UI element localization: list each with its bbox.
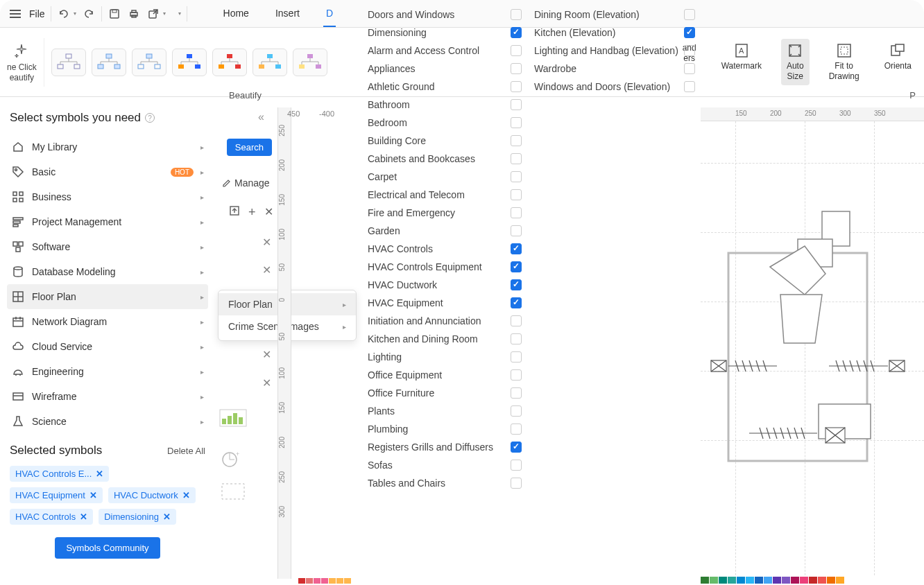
checkbox[interactable] — [511, 387, 522, 399]
undo-dropdown-caret-icon[interactable]: ▾ — [74, 10, 76, 17]
checklist-item[interactable]: Electrical and Telecom — [361, 186, 527, 204]
checkbox[interactable] — [684, 81, 695, 92]
auto-size-button[interactable]: Auto Size — [781, 39, 810, 85]
checklist-item[interactable]: Sofas — [361, 456, 527, 474]
checkbox[interactable] — [511, 424, 522, 435]
checklist-item[interactable]: Fire and Emergency — [361, 204, 527, 222]
checklist-item[interactable]: Dimensioning — [361, 24, 527, 42]
color-swatch[interactable] — [701, 577, 709, 584]
beautify-preset-6[interactable] — [253, 49, 287, 76]
library-category-cloud-service[interactable]: Cloud Service ▸ — [7, 334, 208, 359]
color-swatch[interactable] — [728, 577, 736, 584]
remove-tag-icon[interactable]: ✕ — [80, 512, 87, 522]
checklist-item[interactable]: Plumbing — [361, 420, 527, 438]
checklist-item[interactable]: Appliances — [361, 60, 527, 78]
checkbox[interactable] — [684, 9, 695, 20]
checkbox[interactable] — [511, 189, 522, 200]
color-swatch[interactable] — [336, 578, 343, 584]
color-swatch[interactable] — [737, 577, 745, 584]
library-category-project-management[interactable]: Project Management ▸ — [7, 209, 208, 234]
color-swatch[interactable] — [782, 577, 790, 584]
remove-tag-icon[interactable]: ✕ — [163, 512, 171, 522]
save-icon[interactable] — [108, 7, 121, 21]
remove-tag-icon[interactable]: ✕ — [89, 490, 97, 500]
checklist-item[interactable]: Kitchen (Elevation) — [527, 24, 701, 42]
redo-icon[interactable] — [82, 7, 96, 21]
checkbox[interactable] — [511, 135, 522, 146]
checkbox[interactable] — [511, 460, 522, 471]
color-swatch[interactable] — [344, 578, 351, 584]
checkbox[interactable] — [511, 442, 522, 453]
checklist-item[interactable]: Garden — [361, 222, 527, 240]
checklist-item[interactable]: Athletic Ground — [361, 78, 527, 96]
more-dropdown-caret-icon[interactable]: ▾ — [178, 10, 181, 17]
print-icon[interactable] — [127, 7, 141, 21]
color-swatch[interactable] — [809, 577, 817, 584]
library-category-business[interactable]: Business ▸ — [7, 184, 208, 209]
export-icon[interactable] — [146, 7, 160, 21]
checklist-item[interactable]: Kitchen and Dining Room — [361, 330, 527, 348]
one-click-beautify-button[interactable]: ne Click eautify — [7, 42, 37, 82]
checklist-item[interactable]: HVAC Controls — [361, 240, 527, 258]
remove-tag-icon[interactable]: ✕ — [96, 469, 103, 479]
beautify-preset-3[interactable] — [132, 49, 166, 76]
checkbox[interactable] — [511, 478, 522, 489]
import-icon[interactable] — [229, 205, 240, 220]
color-swatch-bar-left[interactable] — [298, 578, 351, 584]
close-icon[interactable]: ✕ — [264, 205, 273, 220]
checkbox[interactable] — [511, 279, 522, 290]
library-category-basic[interactable]: Basic HOT ▸ — [7, 159, 208, 184]
close-row-icon[interactable]: ✕ — [262, 348, 271, 361]
checklist-item[interactable]: Lighting and Handbag (Elevation) — [527, 42, 701, 60]
checkbox[interactable] — [511, 297, 522, 308]
checklist-item[interactable]: Dining Room (Elevation) — [527, 6, 701, 24]
color-swatch[interactable] — [827, 577, 835, 584]
close-row-icon[interactable]: ✕ — [262, 236, 271, 249]
fit-to-drawing-button[interactable]: Fit to Drawing — [823, 39, 865, 85]
checklist-item[interactable]: Cabinets and Bookcases — [361, 150, 527, 168]
color-swatch[interactable] — [773, 577, 781, 584]
checkbox[interactable] — [511, 99, 522, 110]
color-swatch[interactable] — [764, 577, 772, 584]
symbol-thumb[interactable]: + — [219, 449, 240, 470]
beautify-preset-2[interactable] — [92, 49, 126, 76]
library-category-science[interactable]: Science ▸ — [7, 409, 208, 434]
checklist-item[interactable]: Windows and Doors (Elevation) — [527, 78, 701, 96]
checklist-item[interactable]: HVAC Controls Equipment — [361, 258, 527, 276]
color-swatch[interactable] — [710, 577, 718, 584]
color-swatch[interactable] — [818, 577, 826, 584]
color-swatch[interactable] — [298, 578, 305, 584]
library-category-wireframe[interactable]: Wireframe ▸ — [7, 384, 208, 409]
checklist-item[interactable]: Office Furniture — [361, 384, 527, 402]
checkbox[interactable] — [511, 333, 522, 344]
color-swatch-bar[interactable] — [701, 577, 844, 584]
checkbox[interactable] — [511, 405, 522, 417]
library-category-engineering[interactable]: Engineering ▸ — [7, 359, 208, 384]
remove-tag-icon[interactable]: ✕ — [182, 490, 190, 500]
color-swatch[interactable] — [329, 578, 336, 584]
color-swatch[interactable] — [719, 577, 727, 584]
checklist-item[interactable]: Bedroom — [361, 114, 527, 132]
checklist-item[interactable]: Plants — [361, 402, 527, 420]
checkbox[interactable] — [511, 45, 522, 56]
checkbox[interactable] — [511, 243, 522, 254]
manage-button[interactable]: Manage — [222, 177, 270, 189]
library-category-my-library[interactable]: My Library ▸ — [7, 134, 208, 159]
watermark-button[interactable]: A Watermark — [716, 39, 767, 85]
checkbox[interactable] — [511, 9, 522, 20]
color-swatch[interactable] — [321, 578, 328, 584]
checkbox[interactable] — [511, 351, 522, 363]
checklist-item[interactable]: Alarm and Access Control — [361, 42, 527, 60]
checkbox[interactable] — [511, 153, 522, 164]
beautify-preset-4[interactable] — [172, 49, 207, 76]
library-category-network-diagram[interactable]: Network Diagram ▸ — [7, 309, 208, 334]
checkbox[interactable] — [684, 27, 695, 38]
delete-all-button[interactable]: Delete All — [167, 446, 205, 456]
checkbox[interactable] — [511, 117, 522, 128]
checkbox[interactable] — [684, 45, 695, 56]
checkbox[interactable] — [511, 315, 522, 326]
close-row-icon[interactable]: ✕ — [262, 263, 271, 277]
checklist-item[interactable]: HVAC Ductwork — [361, 276, 527, 294]
search-button[interactable]: Search — [227, 139, 272, 156]
checklist-item[interactable]: Carpet — [361, 168, 527, 186]
